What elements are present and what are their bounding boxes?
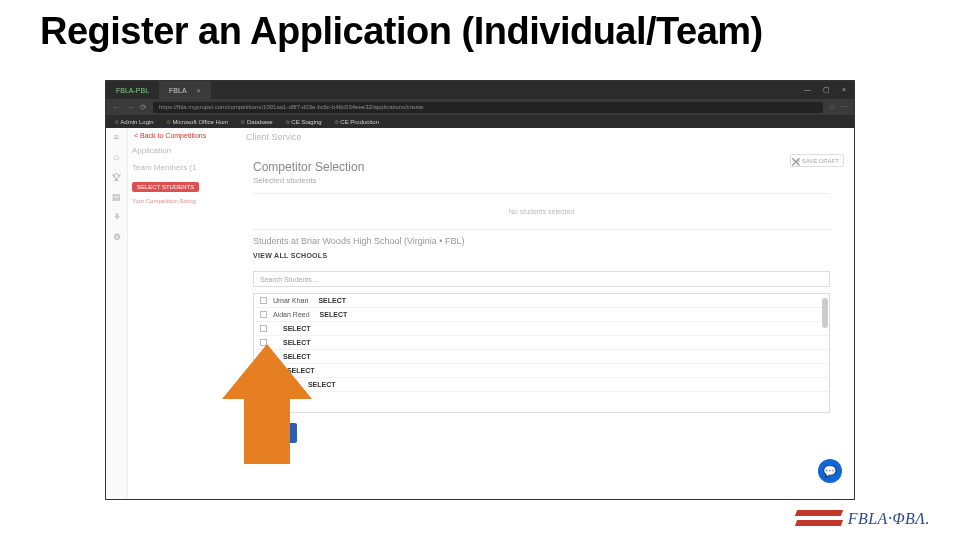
bookmark-item[interactable]: Database bbox=[240, 118, 272, 125]
browser-tab-bar: FBLA-PBL FBLA × — ▢ × bbox=[106, 81, 854, 99]
logo-stripes-icon bbox=[796, 506, 842, 532]
student-row[interactable]: ShakleySELECT bbox=[254, 378, 829, 392]
modal-subtitle: Selected students bbox=[241, 174, 842, 193]
slide-title: Register an Application (Individual/Team… bbox=[0, 0, 960, 53]
checkbox-icon[interactable] bbox=[260, 353, 267, 360]
minimize-icon[interactable]: — bbox=[804, 86, 811, 94]
checkbox-icon[interactable] bbox=[260, 311, 267, 318]
close-window-icon[interactable]: × bbox=[842, 86, 846, 94]
school-heading: Students at Briar Woods High School (Vir… bbox=[241, 230, 842, 250]
select-students-button[interactable]: SELECT STUDENTS bbox=[132, 182, 199, 192]
url-field[interactable]: https://fbla.mypropel.com/competitions/1… bbox=[153, 102, 823, 113]
student-name: Umar Khan bbox=[273, 297, 308, 304]
left-nav-rail: ≡ ⌂ 🏆︎ ▤ ⚘ ⚙ bbox=[106, 128, 128, 499]
student-name: Aidan Reed bbox=[273, 311, 310, 318]
fbla-logo: FBLA·ΦΒΛ. bbox=[796, 506, 930, 532]
checkbox-icon[interactable] bbox=[260, 339, 267, 346]
checkbox-icon[interactable] bbox=[260, 325, 267, 332]
student-row[interactable]: Umar KhanSELECT bbox=[254, 294, 829, 308]
select-button[interactable]: SELECT bbox=[283, 339, 311, 346]
select-button[interactable]: SELECT bbox=[283, 353, 311, 360]
student-name: Shakley bbox=[273, 381, 298, 388]
student-list: Umar KhanSELECT Aidan ReedSELECT SELECT … bbox=[253, 293, 830, 413]
bookmark-item[interactable]: Admin Login bbox=[114, 118, 154, 125]
trophy-icon[interactable]: 🏆︎ bbox=[112, 172, 121, 182]
view-all-schools-link[interactable]: VIEW ALL SCHOOLS bbox=[241, 250, 842, 267]
browser-window: FBLA-PBL FBLA × — ▢ × ← → ⟳ https://fbla… bbox=[105, 80, 855, 500]
menu-icon[interactable]: ⋯ bbox=[841, 103, 848, 111]
browser-tab-active[interactable]: FBLA × bbox=[159, 81, 211, 99]
window-controls: — ▢ × bbox=[804, 86, 854, 94]
logo-text: FBLA·ΦΒΛ. bbox=[848, 510, 930, 528]
bookmark-item[interactable]: CE Production bbox=[334, 118, 379, 125]
close-tab-icon[interactable]: × bbox=[197, 87, 201, 94]
breadcrumb: Client Service bbox=[246, 132, 302, 142]
app-content: ≡ ⌂ 🏆︎ ▤ ⚘ ⚙ < Back to Competitions Clie… bbox=[106, 128, 854, 499]
home-icon[interactable]: ⌂ bbox=[114, 152, 119, 162]
star-icon[interactable]: ☆ bbox=[829, 103, 835, 111]
modal-title: Competitor Selection bbox=[241, 152, 842, 174]
done-button[interactable]: DONE bbox=[253, 423, 297, 443]
application-label: Application bbox=[132, 146, 242, 155]
bookmark-item[interactable]: Microsoft Office Hom bbox=[166, 118, 229, 125]
scrollbar-thumb[interactable] bbox=[822, 298, 828, 328]
select-button[interactable]: SELECT bbox=[308, 381, 336, 388]
empty-state-text: No students selected bbox=[241, 194, 842, 229]
users-icon[interactable]: ⚘ bbox=[113, 212, 121, 222]
maximize-icon[interactable]: ▢ bbox=[823, 86, 830, 94]
student-row[interactable]: SELECT bbox=[254, 350, 829, 364]
list-icon[interactable]: ▤ bbox=[112, 192, 121, 202]
tab-label: FBLA bbox=[169, 87, 187, 94]
competitor-selection-modal: ✕ ⊘ SAVE DRAFT Competitor Selection Sele… bbox=[241, 152, 842, 487]
select-button[interactable]: SELECT bbox=[283, 325, 311, 332]
student-name: h bbox=[273, 367, 277, 374]
back-icon[interactable]: ← bbox=[112, 103, 120, 112]
chat-fab-icon[interactable]: 💬 bbox=[818, 459, 842, 483]
checkbox-icon[interactable] bbox=[260, 381, 267, 388]
browser-address-bar: ← → ⟳ https://fbla.mypropel.com/competit… bbox=[106, 99, 854, 115]
reload-icon[interactable]: ⟳ bbox=[140, 103, 147, 112]
student-row[interactable]: Aidan ReedSELECT bbox=[254, 308, 829, 322]
checkbox-icon[interactable] bbox=[260, 367, 267, 374]
background-form: Application Team Members (1 SELECT STUDE… bbox=[132, 146, 242, 204]
team-members-label: Team Members (1 bbox=[132, 163, 242, 172]
forward-icon[interactable]: → bbox=[126, 103, 134, 112]
select-button[interactable]: SELECT bbox=[287, 367, 315, 374]
bookmark-item[interactable]: CE Staging bbox=[285, 118, 322, 125]
save-draft-button[interactable]: ⊘ SAVE DRAFT bbox=[790, 154, 844, 167]
student-row[interactable]: SELECT bbox=[254, 336, 829, 350]
sizing-note: Your Competition Sizing bbox=[132, 198, 242, 204]
menu-icon[interactable]: ≡ bbox=[114, 132, 119, 142]
tab-label: FBLA-PBL bbox=[116, 87, 149, 94]
search-students-input[interactable]: Search Students ... bbox=[253, 271, 830, 287]
student-row[interactable]: hSELECT bbox=[254, 364, 829, 378]
bookmark-bar: Admin Login Microsoft Office Hom Databas… bbox=[106, 115, 854, 128]
checkbox-icon[interactable] bbox=[260, 297, 267, 304]
browser-tab[interactable]: FBLA-PBL bbox=[106, 81, 159, 99]
select-button[interactable]: SELECT bbox=[320, 311, 348, 318]
select-button[interactable]: SELECT bbox=[318, 297, 346, 304]
student-row[interactable]: SELECT bbox=[254, 322, 829, 336]
back-to-competitions-link[interactable]: < Back to Competitions bbox=[134, 132, 206, 139]
gear-icon[interactable]: ⚙ bbox=[113, 232, 121, 242]
